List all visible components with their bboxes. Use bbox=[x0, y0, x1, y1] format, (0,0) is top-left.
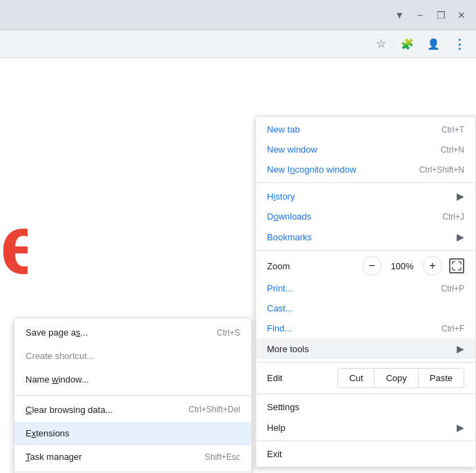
more-tools-submenu: Save page as... Ctrl+S Create shortcut..… bbox=[14, 318, 252, 473]
extensions-label: Extensions bbox=[26, 427, 70, 440]
cast-label: Cast... bbox=[267, 303, 293, 313]
submenu-divider-1 bbox=[14, 395, 251, 396]
submenu-item-clear-browsing[interactable]: Clear browsing data... Ctrl+Shift+Del bbox=[14, 398, 251, 422]
task-manager-label: Task manager bbox=[26, 451, 82, 463]
menu-item-exit[interactable]: Exit bbox=[256, 444, 475, 464]
submenu-item-task-manager[interactable]: Task manager Shift+Esc bbox=[14, 445, 251, 469]
new-window-shortcut: Ctrl+N bbox=[441, 145, 464, 155]
menu-divider-1 bbox=[256, 182, 475, 183]
minimize-button[interactable]: − bbox=[411, 6, 429, 24]
zoom-plus-button[interactable]: + bbox=[423, 256, 442, 276]
bookmarks-label: Bookmarks bbox=[267, 232, 312, 242]
clear-browsing-shortcut: Ctrl+Shift+Del bbox=[188, 404, 240, 416]
browser-toolbar: ☆ 🧩 👤 ⋮ bbox=[0, 30, 476, 58]
bookmark-icon[interactable]: ☆ bbox=[370, 33, 392, 55]
zoom-value: 100% bbox=[388, 261, 416, 271]
more-tools-label: More tools bbox=[267, 344, 309, 354]
name-window-label: Name window... bbox=[26, 374, 89, 386]
create-shortcut-label: Create shortcut... bbox=[26, 350, 95, 363]
menu-item-more-tools[interactable]: More tools ▶ bbox=[256, 338, 475, 359]
paste-button[interactable]: Paste bbox=[419, 368, 464, 388]
zoom-fullscreen-button[interactable] bbox=[449, 258, 464, 273]
menu-item-downloads[interactable]: Downloads Ctrl+J bbox=[256, 206, 475, 226]
help-label: Help bbox=[267, 423, 286, 433]
menu-item-settings[interactable]: Settings bbox=[256, 397, 475, 417]
menu-item-new-window[interactable]: New window Ctrl+N bbox=[256, 139, 475, 160]
submenu-item-extensions[interactable]: Extensions bbox=[14, 422, 251, 445]
submenu-divider-2 bbox=[14, 472, 251, 472]
new-incognito-shortcut: Ctrl+Shift+N bbox=[419, 165, 464, 175]
more-tools-arrow: ▶ bbox=[457, 343, 464, 354]
menu-item-new-incognito[interactable]: New Incognito window Ctrl+Shift+N bbox=[256, 160, 475, 180]
new-window-label: New window bbox=[267, 144, 317, 155]
cut-button[interactable]: Cut bbox=[337, 368, 375, 388]
menu-item-bookmarks[interactable]: Bookmarks ▶ bbox=[256, 226, 475, 247]
menu-item-cast[interactable]: Cast... bbox=[256, 298, 475, 318]
extensions-icon[interactable]: 🧩 bbox=[396, 33, 418, 55]
edit-row: Edit Cut Copy Paste bbox=[256, 365, 475, 391]
clear-browsing-label: Clear browsing data... bbox=[26, 404, 112, 416]
menu-item-print[interactable]: Print... Ctrl+P bbox=[256, 278, 475, 298]
task-manager-shortcut: Shift+Esc bbox=[205, 452, 240, 463]
history-label: History bbox=[267, 191, 295, 202]
chrome-menu: New tab Ctrl+T New window Ctrl+N New Inc… bbox=[255, 116, 476, 467]
google-logo-fragment: e bbox=[0, 203, 28, 286]
submenu-item-name-window[interactable]: Name window... bbox=[14, 368, 251, 392]
menu-icon[interactable]: ⋮ bbox=[448, 33, 470, 55]
find-label: Find... bbox=[267, 323, 292, 334]
menu-item-find[interactable]: Find... Ctrl+F bbox=[256, 318, 475, 338]
profile-icon[interactable]: 👤 bbox=[422, 33, 444, 55]
edit-buttons: Cut Copy Paste bbox=[337, 368, 464, 388]
bookmarks-arrow: ▶ bbox=[457, 231, 464, 242]
print-shortcut: Ctrl+P bbox=[441, 284, 464, 293]
submenu-item-save-page[interactable]: Save page as... Ctrl+S bbox=[14, 321, 251, 345]
edit-label: Edit bbox=[267, 373, 282, 383]
menu-divider-4 bbox=[256, 394, 475, 394]
fullscreen-icon bbox=[452, 261, 462, 271]
menu-item-new-tab[interactable]: New tab Ctrl+T bbox=[256, 119, 475, 139]
downloads-shortcut: Ctrl+J bbox=[442, 212, 464, 222]
zoom-minus-button[interactable]: − bbox=[362, 256, 381, 276]
zoom-controls: − 100% + bbox=[362, 256, 464, 276]
history-arrow: ▶ bbox=[457, 191, 464, 202]
submenu-item-create-shortcut[interactable]: Create shortcut... bbox=[14, 345, 251, 368]
menu-divider-3 bbox=[256, 362, 475, 363]
new-incognito-label: New Incognito window bbox=[267, 164, 356, 175]
menu-item-history[interactable]: History ▶ bbox=[256, 186, 475, 206]
zoom-row: Zoom − 100% + bbox=[256, 253, 475, 278]
menu-divider-5 bbox=[256, 441, 475, 441]
exit-label: Exit bbox=[267, 449, 282, 459]
downloads-label: Downloads bbox=[267, 211, 311, 222]
menu-divider-2 bbox=[256, 250, 475, 251]
help-arrow: ▶ bbox=[457, 422, 464, 433]
restore-button[interactable]: ❐ bbox=[432, 6, 450, 24]
cast-icon[interactable]: ▾ bbox=[390, 6, 408, 24]
settings-label: Settings bbox=[267, 402, 299, 412]
window-controls: ▾ − ❐ ✕ bbox=[390, 6, 470, 24]
print-label: Print... bbox=[267, 283, 293, 293]
menu-item-help[interactable]: Help ▶ bbox=[256, 417, 475, 438]
save-page-label: Save page as... bbox=[26, 327, 88, 339]
browser-titlebar: ▾ − ❐ ✕ bbox=[0, 0, 476, 30]
new-tab-label: New tab bbox=[267, 124, 300, 135]
zoom-label: Zoom bbox=[267, 261, 290, 271]
main-content: e Save page as... Ctrl+S Create shortcut… bbox=[0, 58, 476, 473]
save-page-shortcut: Ctrl+S bbox=[217, 327, 240, 339]
copy-button[interactable]: Copy bbox=[375, 368, 418, 388]
new-tab-shortcut: Ctrl+T bbox=[442, 125, 464, 135]
find-shortcut: Ctrl+F bbox=[442, 324, 464, 334]
close-button[interactable]: ✕ bbox=[453, 6, 470, 24]
